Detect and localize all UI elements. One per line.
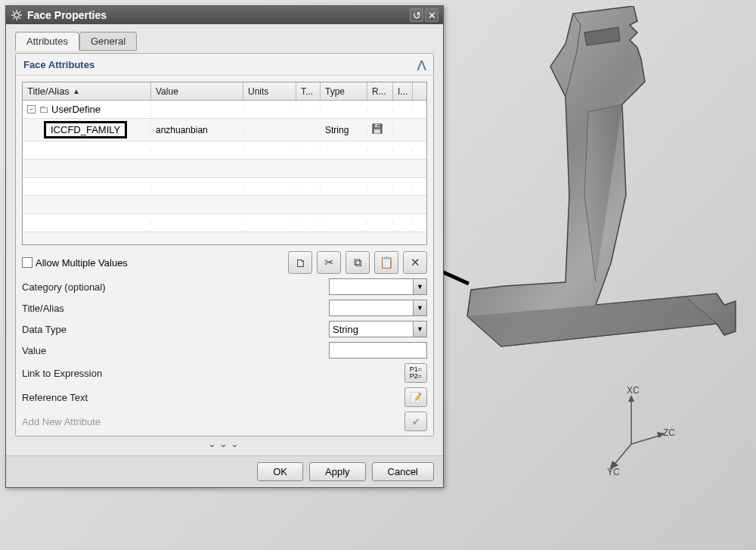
gear-icon: [11, 9, 23, 21]
paste-button[interactable]: 📋: [374, 251, 398, 274]
sort-asc-icon: ▲: [73, 87, 80, 95]
axis-yc-label: YC: [607, 467, 620, 477]
tabs-row: Attributes General: [15, 32, 434, 51]
attr-type-cell: String: [321, 123, 367, 138]
category-dropdown[interactable]: ▼: [329, 278, 427, 295]
reset-button[interactable]: ↺: [410, 8, 423, 22]
col-i[interactable]: I...: [393, 82, 413, 100]
reftext-label: Reference Text: [22, 392, 398, 403]
cancel-button[interactable]: Cancel: [372, 462, 434, 481]
cut-button[interactable]: ✂: [317, 251, 341, 274]
col-value[interactable]: Value: [151, 82, 243, 100]
svg-line-2: [631, 435, 662, 444]
svg-rect-20: [377, 125, 379, 126]
attributes-grid: Title/Alias ▲ Value Units T... Type R...…: [22, 82, 427, 245]
tab-attributes[interactable]: Attributes: [15, 32, 79, 51]
link-expression-button[interactable]: P1=P2=: [404, 363, 427, 383]
svg-line-16: [19, 11, 20, 13]
reference-text-button[interactable]: 📝: [404, 387, 427, 407]
disk-icon: [372, 123, 383, 134]
apply-button[interactable]: Apply: [309, 462, 366, 481]
face-properties-dialog: Face Properties ↺ ✕ Attributes General F…: [5, 5, 444, 488]
attribute-row[interactable]: ICCFD_FAMILY anzhuanbian String: [23, 119, 426, 141]
add-attribute-button[interactable]: ✔: [404, 412, 427, 431]
attr-value-cell: anzhuanbian: [151, 123, 243, 138]
svg-point-8: [14, 13, 19, 17]
allow-multiple-checkbox[interactable]: Allow Multiple Values: [22, 257, 128, 269]
checkbox-icon: [22, 257, 33, 268]
titlebar[interactable]: Face Properties ↺ ✕: [6, 6, 443, 24]
tab-general[interactable]: General: [79, 32, 137, 51]
chevron-down-icon: ▼: [413, 279, 426, 294]
col-r[interactable]: R...: [367, 82, 393, 100]
svg-line-15: [13, 17, 14, 19]
value-input[interactable]: [329, 342, 427, 359]
svg-rect-18: [374, 129, 380, 133]
csys-triad: XC ZC YC: [593, 391, 669, 467]
attr-title-highlight: ICCFD_FAMILY: [44, 121, 127, 138]
tree-collapse-icon[interactable]: −: [27, 105, 36, 113]
delete-button[interactable]: ✕: [403, 251, 427, 274]
ok-button[interactable]: OK: [257, 462, 303, 481]
viewport-3d-model: [460, 6, 739, 430]
datatype-label: Data Type: [22, 324, 323, 335]
svg-line-13: [13, 11, 14, 13]
col-units[interactable]: Units: [243, 82, 296, 100]
group-label: UserDefine: [51, 104, 101, 115]
chevron-down-icon: ▼: [413, 322, 426, 337]
link-label: Link to Expression: [22, 368, 398, 379]
col-title[interactable]: Title/Alias ▲: [23, 82, 151, 100]
svg-marker-1: [628, 395, 634, 402]
new-button[interactable]: 🗋: [288, 251, 312, 274]
collapse-icon[interactable]: ⋀: [417, 58, 426, 70]
close-button[interactable]: ✕: [425, 8, 438, 22]
group-row[interactable]: − 🗀 UserDefine: [23, 101, 426, 119]
folder-icon: 🗀: [39, 104, 48, 115]
section-title: Face Attributes: [23, 59, 94, 70]
titlealias-label: Title/Alias: [22, 303, 323, 314]
axis-zc-label: ZC: [663, 427, 675, 438]
titlealias-dropdown[interactable]: ▼: [329, 300, 427, 316]
dialog-title: Face Properties: [27, 9, 408, 21]
col-t[interactable]: T...: [296, 82, 321, 100]
axis-xc-label: XC: [627, 385, 640, 396]
expand-footer[interactable]: ⌄⌄⌄: [15, 437, 434, 451]
value-label: Value: [22, 345, 323, 356]
copy-button[interactable]: ⧉: [345, 251, 370, 274]
category-label: Category (optional): [22, 281, 323, 293]
allow-multiple-label: Allow Multiple Values: [36, 257, 128, 269]
addnew-label: Add New Attribute: [22, 416, 398, 427]
datatype-dropdown[interactable]: String▼: [329, 321, 427, 337]
col-type[interactable]: Type: [321, 82, 367, 100]
svg-line-14: [19, 17, 20, 19]
chevron-down-icon: ▼: [413, 300, 426, 315]
